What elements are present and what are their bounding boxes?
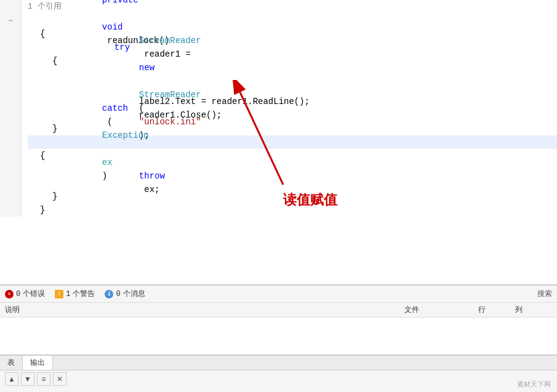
status-bar: ✕ 0 个错误 ! 1 个警告 i 0 个消息 搜索 (0, 286, 557, 303)
message-label: 个消息 (123, 289, 145, 299)
table-body (0, 318, 557, 354)
bottom-tabs: 表 输出 (0, 356, 557, 370)
col-row: 行 (478, 305, 515, 315)
warning-count: 1 (66, 290, 70, 298)
table-header: 说明 文件 行 列 (0, 303, 557, 318)
warning-status[interactable]: ! 1 个警告 (55, 289, 95, 299)
error-count: 0 (16, 290, 20, 298)
message-count: 0 (116, 290, 120, 298)
col-file: 文件 (404, 305, 478, 315)
bottom-panel: 表 输出 ▲ ▼ ≡ ✕ (0, 355, 557, 392)
annotation-arrow (222, 80, 320, 191)
watermark: 素材天下网 (517, 380, 551, 389)
col-desc: 说明 (5, 305, 404, 315)
status-panel: ✕ 0 个错误 ! 1 个警告 i 0 个消息 搜索 说明 文件 行 列 (0, 285, 557, 355)
code-editor: − 1 个引用 private void readunlock() (0, 0, 557, 285)
info-icon: i (105, 290, 113, 298)
tab-output[interactable]: 输出 (23, 356, 53, 370)
search-button[interactable]: 搜索 (537, 289, 552, 299)
warning-icon: ! (55, 290, 63, 298)
error-label: 个错误 (23, 289, 45, 299)
collapse-icon[interactable]: − (4, 15, 17, 27)
message-status[interactable]: i 0 个消息 (105, 289, 145, 299)
error-icon: ✕ (5, 290, 14, 298)
toolbar-up-btn[interactable]: ▲ (5, 372, 18, 386)
toolbar-list-btn[interactable]: ≡ (37, 372, 50, 386)
toolbar-down-btn[interactable]: ▼ (21, 372, 34, 386)
col-col: 列 (515, 305, 552, 315)
svg-line-1 (240, 92, 283, 185)
toolbar-close-btn[interactable]: ✕ (53, 372, 66, 386)
bottom-toolbar: ▲ ▼ ≡ ✕ (0, 370, 557, 388)
tab-table[interactable]: 表 (0, 356, 23, 370)
annotation-label: 读值赋值 (283, 191, 337, 209)
warning-label: 个警告 (73, 289, 95, 299)
error-status[interactable]: ✕ 0 个错误 (5, 289, 45, 299)
code-gutter: − (0, 0, 22, 217)
